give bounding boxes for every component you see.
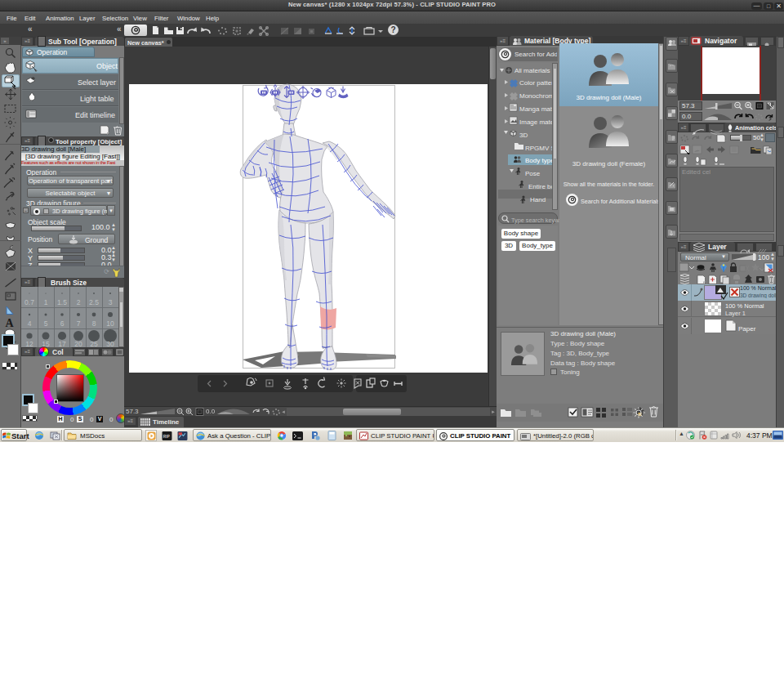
svg-text:0.7: 0.7 — [24, 298, 34, 306]
svg-text:2.5: 2.5 — [89, 298, 99, 306]
svg-text:Color pattern: Color pattern — [519, 79, 552, 87]
svg-text:All materials: All materials — [514, 67, 550, 74]
svg-text:1.5: 1.5 — [57, 298, 67, 306]
svg-text:Body type: Body type — [525, 157, 552, 164]
svg-text:A: A — [6, 317, 15, 329]
svg-text:30: 30 — [106, 340, 114, 347]
svg-text:17: 17 — [58, 340, 66, 347]
svg-text:RPGMV St...: RPGMV St... — [525, 145, 552, 152]
svg-text:25: 25 — [90, 340, 98, 347]
svg-text:7: 7 — [77, 319, 81, 328]
svg-text:2: 2 — [77, 298, 81, 306]
svg-text:3D: 3D — [519, 132, 528, 139]
svg-text:10: 10 — [106, 319, 114, 328]
svg-text:4: 4 — [28, 319, 32, 328]
svg-text:6: 6 — [60, 319, 65, 328]
svg-text:Image materia: Image materia — [519, 118, 552, 126]
svg-text:5: 5 — [44, 319, 48, 328]
svg-text:1: 1 — [44, 298, 48, 306]
svg-text:Monochromati: Monochromati — [519, 92, 552, 100]
svg-text:3: 3 — [109, 298, 113, 306]
svg-text:RIP: RIP — [163, 435, 170, 439]
svg-text:12: 12 — [25, 340, 33, 347]
svg-text:8: 8 — [92, 319, 96, 328]
svg-text:Entire boc: Entire boc — [528, 183, 552, 190]
svg-text:Manga materi: Manga materi — [519, 105, 552, 113]
svg-text:Pose: Pose — [525, 170, 541, 177]
svg-text:20: 20 — [74, 340, 82, 347]
